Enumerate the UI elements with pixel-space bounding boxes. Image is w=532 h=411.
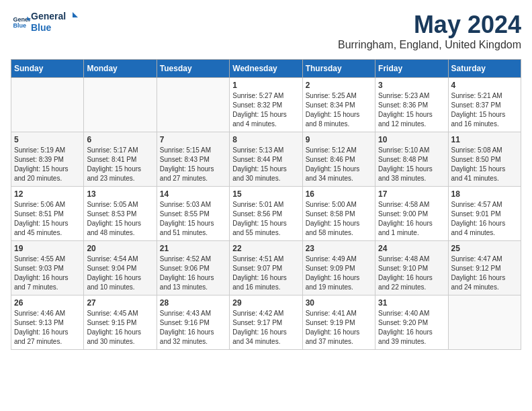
day-number: 12 — [14, 189, 81, 199]
calendar-cell: 10Sunrise: 5:10 AM Sunset: 8:48 PM Dayli… — [375, 132, 448, 187]
day-number: 5 — [14, 135, 81, 144]
logo: General Blue General Blue — [11, 11, 78, 33]
day-info: Sunrise: 4:46 AM Sunset: 9:13 PM Dayligh… — [14, 309, 81, 347]
calendar-cell: 24Sunrise: 4:48 AM Sunset: 9:10 PM Dayli… — [375, 241, 448, 295]
calendar-cell: 30Sunrise: 4:41 AM Sunset: 9:19 PM Dayli… — [302, 295, 375, 350]
day-info: Sunrise: 5:17 AM Sunset: 8:41 PM Dayligh… — [87, 146, 153, 183]
day-number: 15 — [232, 189, 299, 199]
day-info: Sunrise: 5:06 AM Sunset: 8:51 PM Dayligh… — [14, 200, 81, 238]
day-info: Sunrise: 4:49 AM Sunset: 9:09 PM Dayligh… — [306, 255, 372, 292]
day-info: Sunrise: 5:21 AM Sunset: 8:37 PM Dayligh… — [451, 91, 518, 129]
calendar-week-row: 1Sunrise: 5:27 AM Sunset: 8:32 PM Daylig… — [11, 78, 521, 132]
day-number: 11 — [451, 135, 518, 144]
calendar-cell — [84, 78, 157, 132]
day-number: 8 — [232, 135, 299, 144]
day-number: 21 — [160, 244, 226, 253]
day-info: Sunrise: 5:00 AM Sunset: 8:58 PM Dayligh… — [306, 200, 372, 238]
day-info: Sunrise: 5:03 AM Sunset: 8:55 PM Dayligh… — [160, 200, 226, 238]
weekday-header-monday: Monday — [84, 60, 157, 78]
calendar-cell: 23Sunrise: 4:49 AM Sunset: 9:09 PM Dayli… — [302, 241, 375, 295]
weekday-header-saturday: Saturday — [448, 60, 521, 78]
calendar-cell: 11Sunrise: 5:08 AM Sunset: 8:50 PM Dayli… — [448, 132, 521, 187]
day-number: 25 — [451, 244, 518, 253]
calendar-cell: 1Sunrise: 5:27 AM Sunset: 8:32 PM Daylig… — [230, 78, 302, 132]
day-number: 30 — [306, 298, 372, 308]
calendar-cell: 16Sunrise: 5:00 AM Sunset: 8:58 PM Dayli… — [302, 187, 375, 241]
calendar-week-row: 12Sunrise: 5:06 AM Sunset: 8:51 PM Dayli… — [11, 187, 521, 241]
weekday-header-thursday: Thursday — [302, 60, 375, 78]
day-number: 26 — [14, 298, 81, 308]
day-info: Sunrise: 4:54 AM Sunset: 9:04 PM Dayligh… — [87, 255, 153, 292]
calendar-cell: 22Sunrise: 4:51 AM Sunset: 9:07 PM Dayli… — [230, 241, 302, 295]
day-info: Sunrise: 5:19 AM Sunset: 8:39 PM Dayligh… — [14, 146, 81, 183]
calendar-cell: 5Sunrise: 5:19 AM Sunset: 8:39 PM Daylig… — [11, 132, 84, 187]
day-number: 9 — [306, 135, 372, 144]
day-info: Sunrise: 5:27 AM Sunset: 8:32 PM Dayligh… — [232, 91, 299, 129]
day-number: 4 — [451, 81, 518, 90]
calendar-cell — [157, 78, 229, 132]
day-number: 17 — [378, 189, 445, 199]
calendar-cell: 20Sunrise: 4:54 AM Sunset: 9:04 PM Dayli… — [84, 241, 157, 295]
location: Burringham, England, United Kingdom — [338, 39, 521, 51]
logo-icon: General Blue — [12, 13, 31, 32]
day-info: Sunrise: 5:12 AM Sunset: 8:46 PM Dayligh… — [306, 146, 372, 183]
day-info: Sunrise: 5:23 AM Sunset: 8:36 PM Dayligh… — [378, 91, 445, 129]
day-number: 7 — [160, 135, 226, 144]
calendar-cell: 26Sunrise: 4:46 AM Sunset: 9:13 PM Dayli… — [11, 295, 84, 350]
day-number: 3 — [378, 81, 445, 90]
day-number: 29 — [232, 298, 299, 308]
day-number: 23 — [306, 244, 372, 253]
calendar-cell — [11, 78, 84, 132]
calendar-cell: 28Sunrise: 4:43 AM Sunset: 9:16 PM Dayli… — [157, 295, 229, 350]
svg-text:Blue: Blue — [13, 22, 26, 29]
day-info: Sunrise: 5:13 AM Sunset: 8:44 PM Dayligh… — [232, 146, 299, 183]
calendar-cell: 9Sunrise: 5:12 AM Sunset: 8:46 PM Daylig… — [302, 132, 375, 187]
day-info: Sunrise: 5:05 AM Sunset: 8:53 PM Dayligh… — [87, 200, 153, 238]
day-number: 14 — [160, 189, 226, 199]
weekday-header-sunday: Sunday — [11, 60, 84, 78]
day-info: Sunrise: 4:45 AM Sunset: 9:15 PM Dayligh… — [87, 309, 153, 347]
header: General Blue General Blue May 2024 Burri… — [11, 11, 521, 51]
calendar-cell — [448, 295, 521, 350]
calendar-cell: 14Sunrise: 5:03 AM Sunset: 8:55 PM Dayli… — [157, 187, 229, 241]
day-number: 18 — [451, 189, 518, 199]
day-number: 28 — [160, 298, 226, 308]
calendar-cell: 12Sunrise: 5:06 AM Sunset: 8:51 PM Dayli… — [11, 187, 84, 241]
day-info: Sunrise: 4:41 AM Sunset: 9:19 PM Dayligh… — [306, 309, 372, 347]
day-number: 16 — [306, 189, 372, 199]
calendar-cell: 6Sunrise: 5:17 AM Sunset: 8:41 PM Daylig… — [84, 132, 157, 187]
calendar-week-row: 26Sunrise: 4:46 AM Sunset: 9:13 PM Dayli… — [11, 295, 521, 350]
calendar-table: SundayMondayTuesdayWednesdayThursdayFrid… — [11, 59, 521, 350]
weekday-header-tuesday: Tuesday — [157, 60, 229, 78]
calendar-cell: 3Sunrise: 5:23 AM Sunset: 8:36 PM Daylig… — [375, 78, 448, 132]
weekday-header-row: SundayMondayTuesdayWednesdayThursdayFrid… — [11, 60, 521, 78]
calendar-week-row: 5Sunrise: 5:19 AM Sunset: 8:39 PM Daylig… — [11, 132, 521, 187]
calendar-cell: 21Sunrise: 4:52 AM Sunset: 9:06 PM Dayli… — [157, 241, 229, 295]
weekday-header-friday: Friday — [375, 60, 448, 78]
day-number: 13 — [87, 189, 153, 199]
day-number: 22 — [232, 244, 299, 253]
day-info: Sunrise: 5:15 AM Sunset: 8:43 PM Dayligh… — [160, 146, 226, 183]
svg-marker-3 — [73, 12, 78, 17]
day-info: Sunrise: 4:51 AM Sunset: 9:07 PM Dayligh… — [232, 255, 299, 292]
day-info: Sunrise: 5:25 AM Sunset: 8:34 PM Dayligh… — [306, 91, 372, 129]
calendar-cell: 19Sunrise: 4:55 AM Sunset: 9:03 PM Dayli… — [11, 241, 84, 295]
calendar-cell: 25Sunrise: 4:47 AM Sunset: 9:12 PM Dayli… — [448, 241, 521, 295]
day-info: Sunrise: 5:01 AM Sunset: 8:56 PM Dayligh… — [232, 200, 299, 238]
calendar-week-row: 19Sunrise: 4:55 AM Sunset: 9:03 PM Dayli… — [11, 241, 521, 295]
weekday-header-wednesday: Wednesday — [230, 60, 302, 78]
calendar-cell: 4Sunrise: 5:21 AM Sunset: 8:37 PM Daylig… — [448, 78, 521, 132]
day-info: Sunrise: 4:52 AM Sunset: 9:06 PM Dayligh… — [160, 255, 226, 292]
calendar-cell: 15Sunrise: 5:01 AM Sunset: 8:56 PM Dayli… — [230, 187, 302, 241]
logo-text: General Blue — [31, 11, 78, 33]
day-info: Sunrise: 4:40 AM Sunset: 9:20 PM Dayligh… — [378, 309, 445, 347]
calendar-cell: 2Sunrise: 5:25 AM Sunset: 8:34 PM Daylig… — [302, 78, 375, 132]
day-info: Sunrise: 4:42 AM Sunset: 9:17 PM Dayligh… — [232, 309, 299, 347]
day-number: 27 — [87, 298, 153, 308]
day-number: 19 — [14, 244, 81, 253]
day-number: 20 — [87, 244, 153, 253]
day-info: Sunrise: 4:43 AM Sunset: 9:16 PM Dayligh… — [160, 309, 226, 347]
calendar-cell: 7Sunrise: 5:15 AM Sunset: 8:43 PM Daylig… — [157, 132, 229, 187]
day-number: 6 — [87, 135, 153, 144]
day-info: Sunrise: 4:58 AM Sunset: 9:00 PM Dayligh… — [378, 200, 445, 238]
